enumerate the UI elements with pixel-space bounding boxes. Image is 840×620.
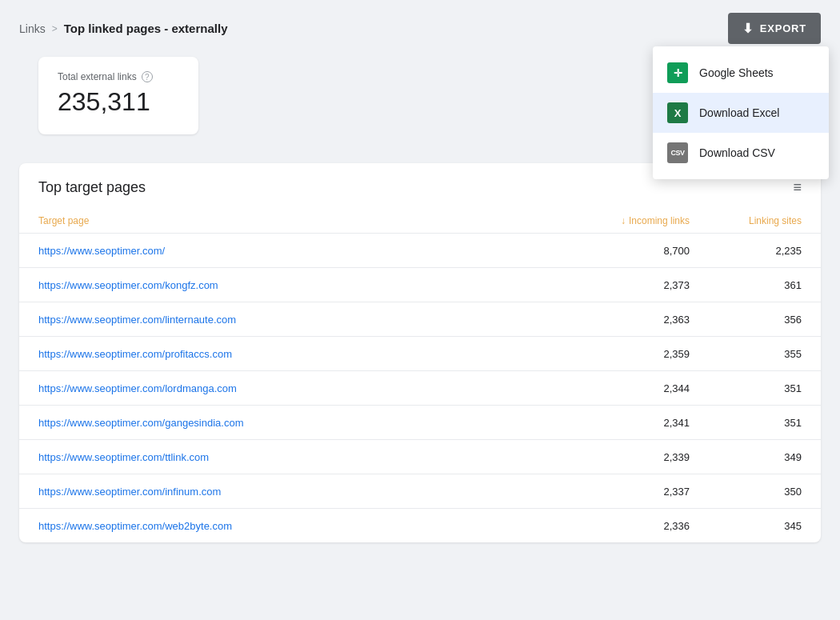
dropdown-item-download-excel[interactable]: X Download Excel — [653, 93, 829, 133]
google-sheets-label: Google Sheets — [699, 66, 774, 79]
table-row: https://www.seoptimer.com/infinum.com 2,… — [19, 474, 821, 509]
row-incoming-links: 2,337 — [562, 486, 690, 498]
row-incoming-links: 2,359 — [562, 348, 690, 360]
export-dropdown: ✛ Google Sheets X Download Excel CSV Dow… — [653, 46, 829, 179]
col-header-incoming-links[interactable]: ↓ Incoming links — [562, 215, 690, 226]
row-url-link[interactable]: https://www.seoptimer.com/kongfz.com — [38, 279, 218, 291]
table-row: https://www.seoptimer.com/kongfz.com 2,3… — [19, 268, 821, 302]
table-row: https://www.seoptimer.com/lordmanga.com … — [19, 371, 821, 406]
table-title: Top target pages — [38, 179, 146, 196]
row-url-link[interactable]: https://www.seoptimer.com/ — [38, 245, 165, 257]
row-incoming-links: 2,363 — [562, 314, 690, 326]
column-headers: Target page ↓ Incoming links Linking sit… — [19, 209, 821, 234]
google-sheets-icon: ✛ — [667, 62, 688, 83]
table-row: https://www.seoptimer.com/web2byte.com 2… — [19, 509, 821, 542]
table-card: Top target pages ≡ Target page ↓ Incomin… — [19, 163, 821, 542]
col-header-linking-sites: Linking sites — [690, 215, 802, 226]
row-url-link[interactable]: https://www.seoptimer.com/profitaccs.com — [38, 348, 232, 360]
row-url-link[interactable]: https://www.seoptimer.com/gangesindia.co… — [38, 417, 244, 429]
breadcrumb-links-link[interactable]: Links — [19, 22, 46, 35]
row-linking-sites: 349 — [690, 451, 802, 463]
row-linking-sites: 351 — [690, 382, 802, 394]
sort-down-icon: ↓ — [621, 215, 626, 226]
row-incoming-links: 2,341 — [562, 417, 690, 429]
row-incoming-links: 2,373 — [562, 279, 690, 291]
export-label: EXPORT — [760, 22, 806, 34]
export-button[interactable]: ⬇ EXPORT — [728, 13, 821, 44]
table-row: https://www.seoptimer.com/profitaccs.com… — [19, 337, 821, 371]
row-linking-sites: 345 — [690, 520, 802, 532]
row-linking-sites: 351 — [690, 417, 802, 429]
row-linking-sites: 361 — [690, 279, 802, 291]
help-icon[interactable]: ? — [142, 71, 153, 82]
row-incoming-links: 2,336 — [562, 520, 690, 532]
table-row: https://www.seoptimer.com/linternaute.co… — [19, 302, 821, 337]
stat-label: Total external links ? — [58, 71, 179, 82]
row-incoming-links: 2,344 — [562, 382, 690, 394]
col-header-target-page: Target page — [38, 215, 562, 226]
row-linking-sites: 350 — [690, 486, 802, 498]
dropdown-item-download-csv[interactable]: CSV Download CSV — [653, 133, 829, 173]
table-row: https://www.seoptimer.com/gangesindia.co… — [19, 406, 821, 440]
table-row: https://www.seoptimer.com/ 8,700 2,235 — [19, 234, 821, 268]
excel-label: Download Excel — [699, 106, 779, 119]
stat-card: Total external links ? 235,311 — [38, 57, 198, 134]
dropdown-item-google-sheets[interactable]: ✛ Google Sheets — [653, 53, 829, 93]
row-url-link[interactable]: https://www.seoptimer.com/web2byte.com — [38, 520, 232, 532]
row-url-link[interactable]: https://www.seoptimer.com/lordmanga.com — [38, 382, 237, 394]
table-body: https://www.seoptimer.com/ 8,700 2,235 h… — [19, 234, 821, 542]
row-linking-sites: 356 — [690, 314, 802, 326]
row-incoming-links: 2,339 — [562, 451, 690, 463]
csv-icon: CSV — [667, 142, 688, 163]
row-linking-sites: 355 — [690, 348, 802, 360]
table-row: https://www.seoptimer.com/ttlink.com 2,3… — [19, 440, 821, 474]
row-incoming-links: 8,700 — [562, 245, 690, 257]
breadcrumb-separator: > — [52, 23, 58, 34]
row-linking-sites: 2,235 — [690, 245, 802, 257]
row-url-link[interactable]: https://www.seoptimer.com/linternaute.co… — [38, 314, 236, 326]
excel-icon: X — [667, 102, 688, 123]
csv-label: Download CSV — [699, 146, 775, 159]
filter-icon[interactable]: ≡ — [793, 179, 802, 196]
row-url-link[interactable]: https://www.seoptimer.com/infinum.com — [38, 486, 221, 498]
row-url-link[interactable]: https://www.seoptimer.com/ttlink.com — [38, 451, 209, 463]
breadcrumb-current: Top linked pages - externally — [64, 22, 228, 35]
stat-value: 235,311 — [58, 87, 179, 117]
export-icon: ⬇ — [742, 21, 754, 36]
